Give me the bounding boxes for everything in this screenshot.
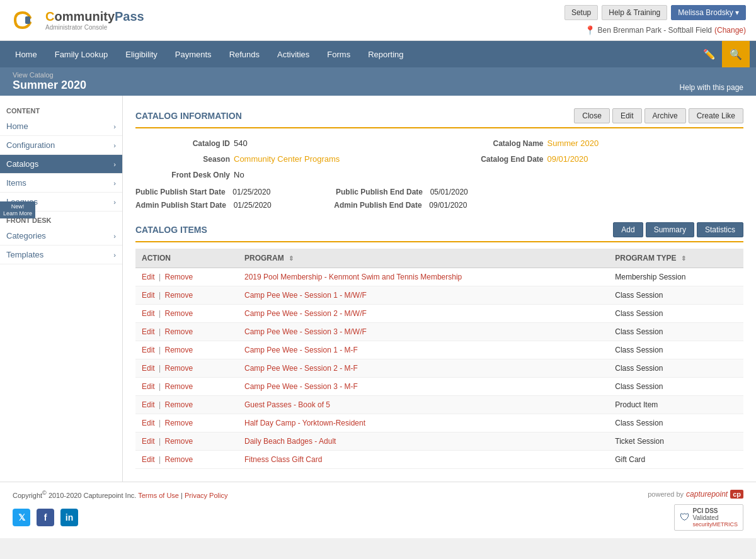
remove-link-5[interactable]: Remove <box>165 364 193 373</box>
remove-link-8[interactable]: Remove <box>165 419 193 427</box>
sidebar: CONTENT Home › Configuration › Catalogs … <box>0 96 123 482</box>
edit-link-10[interactable]: Edit <box>142 455 155 464</box>
remove-link-1[interactable]: Remove <box>165 291 193 300</box>
remove-link-9[interactable]: Remove <box>165 437 193 446</box>
sidebar-item-categories[interactable]: Categories › <box>0 227 122 246</box>
top-buttons: Setup Help & Training Melissa Brodsky ▾ <box>564 5 746 20</box>
edit-link-4[interactable]: Edit <box>142 346 155 354</box>
remove-link-4[interactable]: Remove <box>165 346 193 354</box>
nav-payments[interactable]: Payments <box>166 41 220 67</box>
program-cell-9: Daily Beach Badges - Adult <box>238 432 609 451</box>
program-cell-1: Camp Pee Wee - Session 1 - M/W/F <box>238 286 609 305</box>
logo-icon <box>10 8 40 33</box>
nav-forms[interactable]: Forms <box>318 41 359 67</box>
program-link-6[interactable]: Camp Pee Wee - Session 3 - M-F <box>244 382 358 391</box>
summary-button[interactable]: Summary <box>646 222 694 237</box>
change-location-link[interactable]: (Change) <box>714 26 746 35</box>
remove-link-2[interactable]: Remove <box>165 309 193 318</box>
program-link-8[interactable]: Half Day Camp - Yorktown-Resident <box>244 419 365 427</box>
admin-start-value: 01/25/2020 <box>234 201 272 210</box>
help-link[interactable]: Help with this page <box>680 83 743 92</box>
program-link-10[interactable]: Fitness Class Gift Card <box>244 455 322 464</box>
action-cell-3: Edit | Remove <box>135 323 238 341</box>
nav-reporting[interactable]: Reporting <box>359 41 412 67</box>
remove-link-10[interactable]: Remove <box>165 455 193 464</box>
setup-button[interactable]: Setup <box>564 5 598 20</box>
logo-subtitle: Administrator Console <box>45 24 144 31</box>
sidebar-home-arrow: › <box>113 123 116 130</box>
program-sort-icon[interactable]: ⇕ <box>289 255 294 262</box>
learn-more-tab[interactable]: New! Learn More <box>0 201 35 218</box>
nav-activities[interactable]: Activities <box>268 41 318 67</box>
program-link-0[interactable]: 2019 Pool Membership - Kenmont Swim and … <box>244 273 462 281</box>
edit-link-1[interactable]: Edit <box>142 291 155 300</box>
sidebar-items-label: Items <box>6 178 26 188</box>
nav-family-lookup[interactable]: Family Lookup <box>46 41 117 67</box>
program-type-sort-icon[interactable]: ⇕ <box>681 255 686 262</box>
help-training-button[interactable]: Help & Training <box>602 5 667 20</box>
terms-of-use-link[interactable]: Terms of Use <box>138 492 179 499</box>
edit-icon-button[interactable]: ✏️ <box>697 41 722 67</box>
season-row: Season Community Center Programs <box>135 154 430 164</box>
remove-link-0[interactable]: Remove <box>165 273 193 281</box>
edit-link-8[interactable]: Edit <box>142 419 155 427</box>
sidebar-item-configuration[interactable]: Configuration › <box>0 136 122 155</box>
search-icon-button[interactable]: 🔍 <box>722 41 750 67</box>
program-link-7[interactable]: Guest Passes - Book of 5 <box>244 400 330 409</box>
edit-link-6[interactable]: Edit <box>142 382 155 391</box>
create-like-button[interactable]: Create Like <box>689 108 743 123</box>
edit-link-5[interactable]: Edit <box>142 364 155 373</box>
social-icons: 𝕏 f in <box>13 509 78 526</box>
action-cell-10: Edit | Remove <box>135 451 238 469</box>
table-row: Edit | Remove Camp Pee Wee - Session 2 -… <box>135 359 743 378</box>
sidebar-item-items[interactable]: Items › <box>0 174 122 193</box>
edit-link-3[interactable]: Edit <box>142 327 155 336</box>
table-row: Edit | Remove Camp Pee Wee - Session 1 -… <box>135 286 743 305</box>
program-cell-2: Camp Pee Wee - Session 2 - M/W/F <box>238 305 609 323</box>
catalog-end-date-row: Catalog End Date 09/01/2020 <box>449 154 744 164</box>
user-menu-button[interactable]: Melissa Brodsky ▾ <box>671 5 746 20</box>
catalog-info-section: CATALOG INFORMATION Close Edit Archive C… <box>135 108 743 210</box>
catalog-id-label: Catalog ID <box>135 139 230 148</box>
sidebar-configuration-label: Configuration <box>6 140 55 150</box>
add-button[interactable]: Add <box>613 222 643 237</box>
col-program-type: PROGRAM TYPE ⇕ <box>609 249 743 268</box>
edit-link-9[interactable]: Edit <box>142 437 155 446</box>
remove-link-6[interactable]: Remove <box>165 382 193 391</box>
program-link-2[interactable]: Camp Pee Wee - Session 2 - M/W/F <box>244 309 367 318</box>
program-link-4[interactable]: Camp Pee Wee - Session 1 - M-F <box>244 346 358 354</box>
program-link-1[interactable]: Camp Pee Wee - Session 1 - M/W/F <box>244 291 367 300</box>
nav-eligibility[interactable]: Eligibility <box>117 41 166 67</box>
program-link-5[interactable]: Camp Pee Wee - Session 2 - M-F <box>244 364 358 373</box>
twitter-icon[interactable]: 𝕏 <box>13 509 30 526</box>
content-section-label: CONTENT <box>0 102 122 117</box>
edit-button[interactable]: Edit <box>612 108 642 123</box>
nav-refunds[interactable]: Refunds <box>220 41 268 67</box>
catalog-id-value: 540 <box>234 138 248 148</box>
sidebar-item-templates[interactable]: Templates › <box>0 246 122 264</box>
linkedin-icon[interactable]: in <box>60 509 78 526</box>
action-cell-9: Edit | Remove <box>135 432 238 451</box>
privacy-policy-link[interactable]: Privacy Policy <box>185 492 227 499</box>
edit-link-2[interactable]: Edit <box>142 309 155 318</box>
archive-button[interactable]: Archive <box>644 108 686 123</box>
program-link-3[interactable]: Camp Pee Wee - Session 3 - M/W/F <box>244 327 367 336</box>
edit-link-7[interactable]: Edit <box>142 400 155 409</box>
statistics-button[interactable]: Statistics <box>697 222 743 237</box>
program-link-9[interactable]: Daily Beach Badges - Adult <box>244 437 336 446</box>
close-button[interactable]: Close <box>574 108 610 123</box>
logo-area: CommunityPass Administrator Console <box>10 8 144 33</box>
nav-home[interactable]: Home <box>6 41 46 67</box>
program-type-cell-1: Class Session <box>609 286 743 305</box>
program-type-cell-3: Class Session <box>609 323 743 341</box>
sidebar-item-home[interactable]: Home › <box>0 117 122 136</box>
table-row: Edit | Remove Half Day Camp - Yorktown-R… <box>135 414 743 432</box>
facebook-icon[interactable]: f <box>37 509 54 526</box>
remove-link-7[interactable]: Remove <box>165 400 193 409</box>
remove-link-3[interactable]: Remove <box>165 327 193 336</box>
edit-link-0[interactable]: Edit <box>142 273 155 281</box>
top-bar: CommunityPass Administrator Console Setu… <box>0 0 756 41</box>
catalog-items-buttons: Add Summary Statistics <box>613 222 743 237</box>
season-value: Community Center Programs <box>234 154 340 164</box>
sidebar-item-catalogs[interactable]: Catalogs › <box>0 155 122 174</box>
